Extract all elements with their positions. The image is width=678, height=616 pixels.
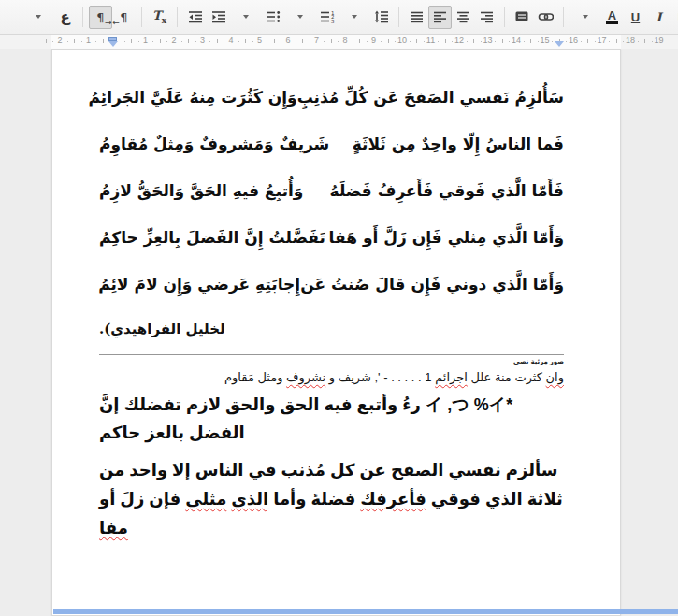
bulleted-list-icon	[266, 10, 281, 23]
ruler-tick	[395, 41, 396, 42]
ruler-tick	[502, 39, 503, 43]
ruler-indent-marker-left[interactable]	[108, 37, 118, 47]
ruler-tick	[238, 41, 239, 42]
align-center-icon	[456, 11, 470, 23]
chevron-down-icon	[243, 15, 249, 19]
pilcrow-rtl-icon: ¶←	[116, 10, 131, 24]
ruler-tick	[638, 41, 639, 42]
document-content: سَأُلزِمُ نَفسي الصَفحَ عَن كُلِّ مُذنِب…	[99, 74, 564, 543]
text-color-button[interactable]: A	[600, 6, 624, 29]
hemistich-right: سَأُلزِمُ نَفسي الصَفحَ عَن كُلِّ مُذنِب…	[297, 88, 564, 107]
align-center-button[interactable]	[452, 6, 475, 29]
ruler-tick	[338, 41, 339, 42]
poem-couplet: فَأَمّا الَّذي فَوقي فَأَعرِفُ فَضلَهُ و…	[99, 167, 564, 214]
clear-formatting-button[interactable]: Tx	[148, 6, 171, 29]
ruler-tick	[644, 39, 645, 43]
numbered-list-dropdown-button[interactable]	[288, 6, 311, 29]
paragraph-direction-rtl-button[interactable]: ¶←	[112, 6, 136, 29]
italic-button[interactable]: I	[647, 6, 671, 29]
ruler-number: 12	[454, 36, 464, 45]
chevron-down-icon	[297, 15, 303, 19]
ruler-number: 1	[143, 36, 148, 45]
link-icon	[538, 10, 554, 23]
ruler-tick	[581, 41, 582, 42]
align-left-button[interactable]	[428, 6, 452, 29]
ruler-page-area	[51, 35, 621, 49]
line-spacing-icon	[374, 10, 389, 23]
insert-link-button[interactable]	[534, 6, 557, 29]
insert-comment-button[interactable]	[511, 6, 534, 29]
ruler-tick	[587, 39, 588, 43]
ruler-number: 10	[397, 36, 407, 45]
chevron-down-icon	[583, 15, 588, 19]
ocr-text: ومثل مَقاوم	[224, 370, 286, 384]
bold-button[interactable]: B	[671, 6, 678, 29]
ruler-tick	[131, 39, 132, 43]
comment-icon	[514, 10, 530, 23]
underline-button[interactable]: U	[624, 6, 647, 29]
ruler-indent-marker-right[interactable]	[555, 41, 564, 47]
ruler-tick	[52, 41, 53, 42]
toolbar-overflow-button[interactable]	[26, 6, 50, 29]
ruler-tick	[152, 41, 153, 42]
misspelled-word: فأعرفك	[360, 490, 426, 509]
line-spacing-dropdown-button[interactable]	[342, 6, 366, 29]
ruler-tick	[616, 39, 617, 43]
ruler-number: 3	[200, 36, 205, 45]
bulleted-list-button[interactable]	[261, 6, 284, 29]
align-justify-button[interactable]	[405, 6, 428, 29]
ocr-text-line[interactable]: وان كثرت منة علل اجرائم 1 . . . . . - ',…	[99, 370, 564, 384]
line-spacing-button[interactable]	[369, 6, 393, 29]
ruler-tick	[388, 39, 389, 43]
ruler[interactable]: 2112345678910111213141516171819	[0, 35, 678, 49]
chevron-down-icon	[352, 15, 357, 19]
ruler-tick	[609, 41, 610, 42]
ruler-tick	[424, 41, 425, 42]
paragraph-direction-ltr-button[interactable]: ¶→	[89, 6, 112, 29]
ocr-paragraph[interactable]: سألزم نفسي الصفح عن كل مُذنب في الناس إل…	[99, 456, 564, 543]
ruler-tick	[495, 41, 496, 42]
indent-increase-icon	[211, 10, 226, 23]
ruler-tick	[195, 41, 196, 42]
horizontal-rule	[99, 354, 564, 355]
chevron-down-icon	[36, 15, 41, 19]
ruler-tick	[217, 39, 218, 43]
ruler-tick	[296, 41, 296, 42]
align-right-button[interactable]	[475, 6, 498, 29]
indent-decrease-button[interactable]	[183, 6, 207, 29]
ruler-number: 14	[512, 36, 521, 45]
ruler-number: 1	[86, 36, 91, 45]
poem-image[interactable]: سَأُلزِمُ نَفسي الصَفحَ عَن كُلِّ مُذنِب…	[99, 74, 564, 337]
ruler-tick	[359, 39, 360, 43]
ruler-tick	[124, 41, 125, 42]
align-right-icon	[480, 11, 494, 23]
indent-increase-button[interactable]	[207, 6, 230, 29]
poem-couplet: سَأُلزِمُ نَفسي الصَفحَ عَن كُلِّ مُذنِب…	[99, 74, 564, 121]
ocr-text: 1 . . . . . - ', شريف و	[325, 370, 435, 384]
ruler-number: 9	[371, 36, 376, 45]
hemistich-right: فَأَمّا الَّذي فَوقي فَأَعرِفُ فَضلَهُ	[330, 181, 564, 200]
ruler-tick	[652, 41, 653, 42]
ruler-tick	[310, 41, 310, 42]
arabic-input-button[interactable]: ع	[53, 6, 77, 29]
ruler-number: 4	[228, 36, 233, 45]
ruler-tick	[138, 41, 139, 42]
hemistich-left: وَأُتبِعُ فيهِ الحَقَّ وَالحَقُّ لازِمُ	[99, 181, 303, 200]
hemistich-left: شَريفٌ وَمَشروفٌ وَمِثلٌ مُقاوِمُ	[99, 135, 329, 153]
text-color-dropdown-button[interactable]	[573, 6, 597, 29]
ruler-tick	[224, 41, 224, 42]
ocr-text: كثرت منة علل	[468, 370, 546, 384]
document-page[interactable]: سَأُلزِمُ نَفسي الصَفحَ عَن كُلِّ مُذنِب…	[51, 49, 621, 616]
ocr-caption: صور مرئية نصي	[99, 358, 564, 365]
underline-icon: U	[631, 10, 640, 24]
bulleted-list-dropdown-button[interactable]	[234, 6, 257, 29]
ruler-tick	[595, 41, 596, 42]
ruler-tick	[552, 41, 553, 42]
ruler-tick	[445, 39, 446, 43]
ruler-tick	[209, 41, 210, 42]
toolbar-separator	[563, 7, 564, 27]
ruler-tick	[252, 41, 253, 42]
ruler-tick	[160, 39, 161, 43]
ocr-paragraph[interactable]: *イ% つ, イ رءُ وأتبع فيه الحق والحق لازم ت…	[99, 391, 564, 447]
numbered-list-button[interactable]: 123	[315, 6, 339, 29]
